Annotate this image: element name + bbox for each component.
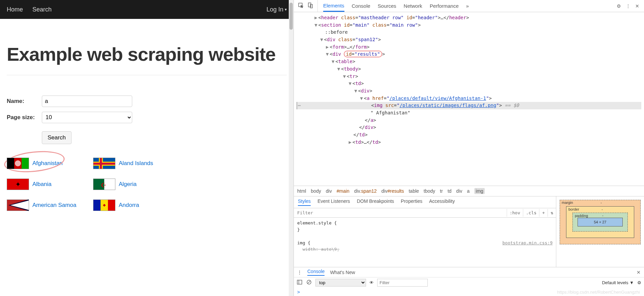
pagesize-label: Page size: [7,114,42,121]
country-link[interactable]: Andorra [119,202,139,209]
tab-elements[interactable]: Elements [323,0,344,12]
flag-icon: ☪ [93,179,115,190]
tab-more[interactable]: » [466,0,469,12]
nav-home[interactable]: Home [7,6,23,13]
styles-filter-input[interactable] [294,208,507,217]
country-link[interactable]: Afghanistan [32,160,63,167]
flag-icon [7,158,29,169]
search-button[interactable]: Search [42,131,72,144]
drawer-tab-console[interactable]: Console [307,269,325,276]
country-item: ◆ Andorra [93,199,174,211]
box-model: margin- border- padding- 54 × 27 [556,196,644,267]
chevron-down-icon: ▾ [285,7,287,12]
name-input[interactable] [42,96,132,107]
clear-console-icon[interactable] [306,279,312,286]
subtab-listeners[interactable]: Event Listeners [317,198,350,206]
page-title: Example web scraping website [7,44,287,65]
console-sidebar-icon[interactable] [297,279,303,286]
device-icon[interactable] [307,2,313,9]
navbar: Home Search Log In▾ [0,0,293,19]
divider [7,75,287,75]
country-item: American Samoa [7,199,88,211]
styles-pane: Styles Event Listeners DOM Breakpoints P… [294,196,556,267]
flag-icon [93,158,115,169]
country-link[interactable]: American Samoa [32,202,76,209]
inspect-icon[interactable] [298,2,304,9]
close-icon[interactable]: ✕ [635,3,639,9]
watermark: https://blog.csdn.net/RobertChenGuangzhi [557,290,640,295]
hov-toggle[interactable]: :hov [507,209,523,217]
tab-network[interactable]: Network [404,0,422,12]
tab-performance[interactable]: Performance [430,0,459,12]
drawer-tabs: ⋮ Console What's New ✕ [294,267,644,277]
styles-menu-icon[interactable]: ⇅ [548,209,556,217]
results-grid: Afghanistan Aland Islands ✦ Albania ☪ Al… [7,158,287,211]
subtab-a11y[interactable]: Accessibility [429,198,455,206]
country-link[interactable]: Algeria [119,181,137,188]
drawer-menu-icon[interactable]: ⋮ [297,270,302,275]
cls-toggle[interactable]: .cls [523,209,539,217]
country-item: Aland Islands [93,158,174,169]
svg-rect-3 [297,280,302,284]
tab-sources[interactable]: Sources [378,0,396,12]
devtools-panel: Elements Console Sources Network Perform… [293,0,644,296]
country-item: ☪ Algeria [93,179,174,190]
flag-icon: ◆ [93,199,115,211]
context-select[interactable]: top [315,279,366,287]
kebab-icon[interactable]: ⋮ [626,3,631,9]
console-filter-input[interactable] [377,279,428,287]
svg-line-6 [308,281,310,284]
drawer-tab-whatsnew[interactable]: What's New [330,270,355,275]
console-settings-icon[interactable]: ⚙ [637,280,641,285]
nav-login[interactable]: Log In▾ [267,6,287,13]
gear-icon[interactable]: ⚙ [617,3,621,9]
website-panel: Home Search Log In▾ Example web scraping… [0,0,293,296]
country-item: ✦ Albania [7,179,88,190]
elements-tree[interactable]: ▶<header class="mastheader row" id="head… [294,12,644,186]
subtab-styles[interactable]: Styles [298,198,311,206]
subtab-props[interactable]: Properties [401,198,422,206]
devtools-toolbar: Elements Console Sources Network Perform… [294,0,644,12]
country-link[interactable]: Albania [32,181,52,188]
add-rule-button[interactable]: + [539,209,548,217]
eye-icon[interactable]: 👁 [369,280,374,285]
country-item: Afghanistan [7,158,88,169]
subtab-dom-bp[interactable]: DOM Breakpoints [357,198,394,206]
flag-icon [7,199,29,211]
log-levels-select[interactable]: Default levels ▼ [602,280,634,285]
country-link[interactable]: Aland Islands [119,160,153,167]
breadcrumb[interactable]: html body div #main div.span12 div#resul… [294,186,644,196]
pagesize-select[interactable]: 10 [42,112,132,123]
scrollbar[interactable] [289,0,293,296]
close-drawer-icon[interactable]: ✕ [637,270,641,275]
nav-search[interactable]: Search [32,6,52,13]
styles-rules[interactable]: element.style { } img {bootstrap.min.css… [294,218,556,267]
console-toolbar: top 👁 Default levels ▼ ⚙ [294,277,644,288]
flag-icon: ✦ [7,179,29,190]
name-label: Name: [7,98,42,105]
tab-console[interactable]: Console [352,0,370,12]
